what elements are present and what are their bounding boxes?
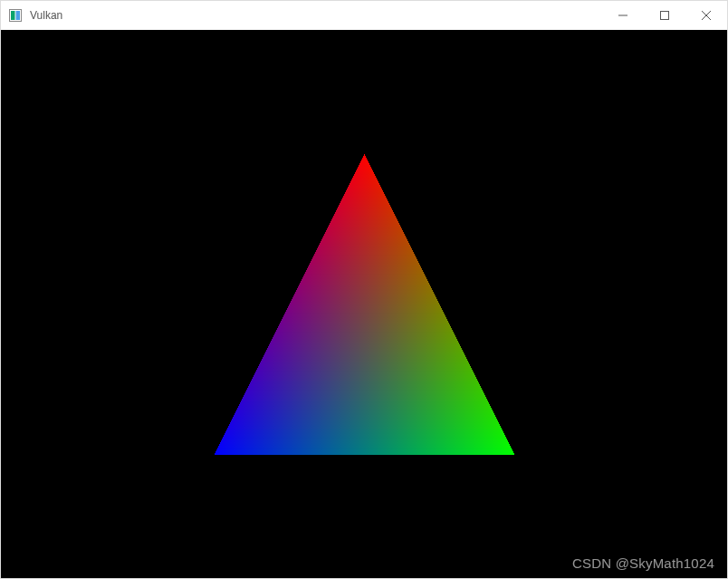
window-titlebar[interactable]: Vulkan: [1, 1, 727, 30]
svg-rect-4: [661, 12, 669, 20]
triangle-canvas: [1, 30, 727, 578]
svg-rect-1: [11, 11, 15, 20]
close-button[interactable]: [685, 1, 727, 30]
render-viewport: CSDN @SkyMath1024: [1, 30, 727, 578]
svg-rect-2: [16, 11, 21, 20]
window-title: Vulkan: [30, 9, 602, 22]
app-icon: [8, 8, 23, 23]
watermark-text: CSDN @SkyMath1024: [572, 555, 714, 571]
maximize-button[interactable]: [644, 1, 685, 30]
minimize-button[interactable]: [602, 1, 644, 30]
window-controls: [602, 1, 727, 30]
